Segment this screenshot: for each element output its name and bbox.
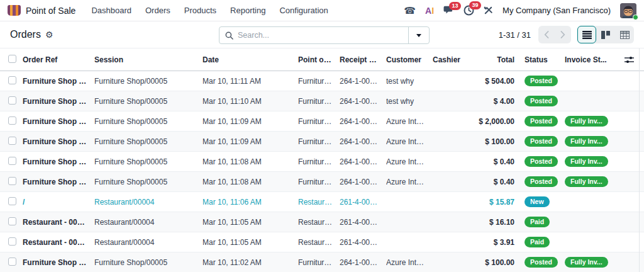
pager-next-button[interactable]	[555, 26, 571, 43]
total-cell: $ 504.00	[469, 77, 521, 86]
developer-tools-icon[interactable]	[484, 6, 493, 15]
nav-item-dashboard[interactable]: Dashboard	[84, 0, 138, 21]
col-header-customer[interactable]: Customer	[386, 55, 433, 64]
receipt-number-cell: 264-1-000...	[340, 137, 386, 146]
messages-icon[interactable]: 13	[443, 6, 454, 15]
col-header-status[interactable]: Status	[521, 55, 562, 64]
point-of-sale-cell: Furniture S...	[298, 258, 340, 267]
status-badge: Posted	[525, 136, 558, 147]
nav-item-products[interactable]: Products	[177, 0, 223, 21]
navbar-right: ☎ AI 13 39 My Company (San Francisco)	[404, 3, 636, 18]
point-of-sale-cell: Furniture S...	[298, 77, 340, 86]
kanban-view-button[interactable]	[596, 26, 615, 43]
col-header-date[interactable]: Date	[203, 55, 298, 64]
customer-cell: Azure Inter...	[386, 178, 433, 186]
company-switcher[interactable]: My Company (San Francisco)	[502, 6, 611, 15]
table-row[interactable]: Furniture Shop - 0... Furniture Shop/000…	[0, 172, 644, 192]
col-header-order-ref[interactable]: Order Ref	[23, 55, 94, 64]
pivot-view-icon	[620, 31, 630, 39]
table-row[interactable]: Furniture Shop - 0... Furniture Shop/000…	[0, 132, 644, 152]
user-avatar[interactable]	[620, 3, 636, 18]
date-cell: Mar 10, 11:05 AM	[203, 218, 298, 227]
row-checkbox[interactable]	[8, 197, 16, 205]
date-cell: Mar 10, 11:08 AM	[203, 157, 298, 166]
row-checkbox[interactable]	[8, 177, 16, 185]
status-badge: Posted	[525, 76, 558, 86]
session-cell: Restaurant/00004	[94, 218, 203, 227]
apps-menu[interactable]: Point of Sale	[8, 5, 75, 16]
status-badge: Posted	[525, 257, 558, 268]
search-options-toggle[interactable]	[408, 27, 429, 43]
order-ref-cell: Restaurant - 000004	[23, 218, 94, 227]
online-status-dot	[633, 14, 638, 20]
messages-count-badge: 13	[449, 2, 461, 10]
table-row[interactable]: Furniture Shop - 0... Furniture Shop/000…	[0, 91, 644, 111]
table-row[interactable]: Furniture Shop - 0... Furniture Shop/000…	[0, 252, 644, 272]
nav-item-configuration[interactable]: Configuration	[272, 0, 335, 21]
top-navbar: Point of Sale DashboardOrdersProductsRep…	[0, 0, 644, 21]
pager-range: 1-31 / 31	[499, 30, 531, 40]
nav-item-orders[interactable]: Orders	[138, 0, 177, 21]
invoice-status-badge: Fully Inv...	[565, 156, 608, 167]
col-header-invoice-status[interactable]: Invoice St...	[562, 55, 623, 64]
customer-cell: Azure Inter...	[386, 137, 433, 146]
col-header-cashier[interactable]: Cashier	[433, 55, 469, 64]
row-checkbox[interactable]	[8, 96, 16, 105]
row-checkbox[interactable]	[8, 137, 16, 145]
page-title: Orders	[10, 29, 41, 40]
row-checkbox[interactable]	[8, 237, 16, 246]
customer-cell: Azure Inter...	[386, 157, 433, 166]
row-checkbox[interactable]	[8, 76, 16, 84]
status-badge: Posted	[525, 96, 558, 106]
session-cell: Furniture Shop/00005	[94, 137, 203, 146]
date-cell: Mar 10, 11:08 AM	[203, 178, 298, 186]
table-row[interactable]: Furniture Shop - 0... Furniture Shop/000…	[0, 111, 644, 132]
session-cell: Restaurant/00004	[94, 238, 203, 247]
table-row[interactable]: Furniture Shop - 0... Furniture Shop/000…	[0, 152, 644, 172]
session-cell: Furniture Shop/00005	[94, 117, 203, 126]
point-of-sale-cell: Furniture S...	[298, 117, 340, 126]
point-of-sale-cell: Restaurant	[298, 238, 340, 247]
status-badge: Paid	[525, 237, 550, 247]
date-cell: Mar 10, 11:06 AM	[203, 198, 298, 207]
session-cell: Furniture Shop/00005	[94, 178, 203, 186]
pivot-view-button[interactable]	[615, 26, 634, 43]
search-input[interactable]	[238, 31, 408, 40]
session-cell: Furniture Shop/00005	[94, 77, 203, 86]
orders-table: Order Ref Session Date Point of Sale Rec…	[0, 48, 644, 272]
total-cell: $ 0.40	[469, 157, 521, 166]
order-ref-cell: Furniture Shop - 0...	[23, 157, 94, 166]
col-header-point-of-sale[interactable]: Point of Sale	[298, 55, 340, 64]
order-ref-cell: Furniture Shop - 0...	[23, 117, 94, 126]
col-header-receipt-number[interactable]: Receipt N...	[340, 55, 386, 64]
customer-cell: Azure Inter...	[386, 258, 433, 267]
ai-icon[interactable]: AI	[425, 6, 434, 16]
nav-item-reporting[interactable]: Reporting	[223, 0, 272, 21]
list-view-button[interactable]	[577, 26, 596, 43]
select-all-checkbox[interactable]	[8, 55, 16, 63]
date-cell: Mar 10, 11:10 AM	[203, 97, 298, 106]
row-checkbox[interactable]	[8, 116, 16, 125]
total-cell: $ 0.40	[469, 178, 521, 186]
optional-columns-icon[interactable]	[625, 56, 634, 64]
status-badge: Posted	[525, 156, 558, 167]
receipt-number-cell: 264-1-000...	[340, 157, 386, 166]
table-row[interactable]: Restaurant - 000005 Restaurant/00004 Mar…	[0, 232, 644, 252]
activities-icon[interactable]: 39	[464, 5, 474, 16]
softphone-icon[interactable]: ☎	[404, 6, 416, 15]
col-header-total[interactable]: Total	[469, 55, 521, 64]
receipt-number-cell: 264-1-000...	[340, 117, 386, 126]
chevron-left-icon	[544, 31, 549, 38]
table-row[interactable]: Restaurant - 000004 Restaurant/00004 Mar…	[0, 212, 644, 232]
pager-previous-button[interactable]	[538, 26, 555, 43]
col-header-session[interactable]: Session	[94, 55, 203, 64]
app-name[interactable]: Point of Sale	[26, 6, 75, 16]
row-checkbox[interactable]	[8, 258, 16, 266]
view-settings-gear-icon[interactable]: ⚙	[45, 30, 53, 39]
session-cell: Furniture Shop/00005	[94, 97, 203, 106]
table-row[interactable]: Furniture Shop - 0... Furniture Shop/000…	[0, 71, 644, 91]
status-badge: Posted	[525, 176, 558, 187]
row-checkbox[interactable]	[8, 217, 16, 225]
row-checkbox[interactable]	[8, 157, 16, 165]
table-row[interactable]: / Restaurant/00004 Mar 10, 11:06 AM Rest…	[0, 192, 644, 212]
